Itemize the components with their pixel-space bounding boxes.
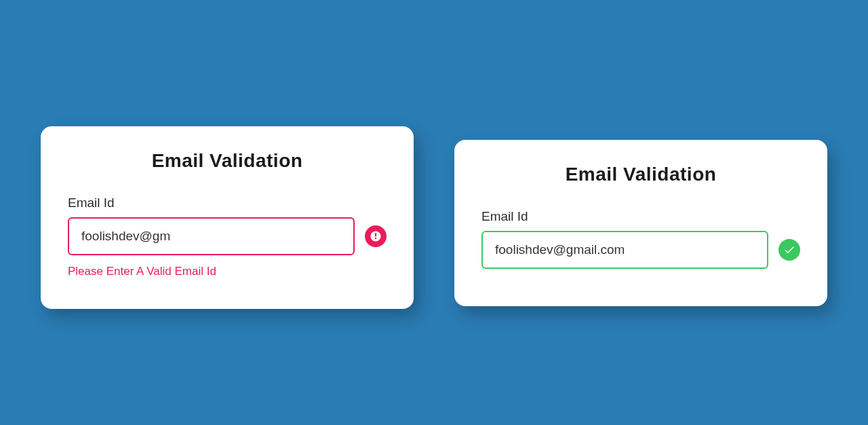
- input-row: [481, 231, 800, 269]
- email-field-group: Email Id Please Enter A Valid Email Id: [68, 196, 387, 278]
- email-validation-card-valid: Email Validation Email Id: [454, 140, 827, 306]
- exclamation-icon: [365, 225, 387, 247]
- email-input[interactable]: [481, 231, 768, 269]
- email-input[interactable]: [68, 217, 355, 255]
- email-validation-card-invalid: Email Validation Email Id Please Enter A…: [41, 126, 414, 309]
- input-row: [68, 217, 387, 255]
- error-message: Please Enter A Valid Email Id: [68, 265, 387, 278]
- card-title: Email Validation: [481, 164, 800, 185]
- checkmark-icon: [778, 239, 800, 261]
- email-label: Email Id: [68, 196, 387, 210]
- email-label: Email Id: [481, 209, 800, 224]
- card-title: Email Validation: [68, 150, 387, 172]
- email-field-group: Email Id: [481, 209, 800, 269]
